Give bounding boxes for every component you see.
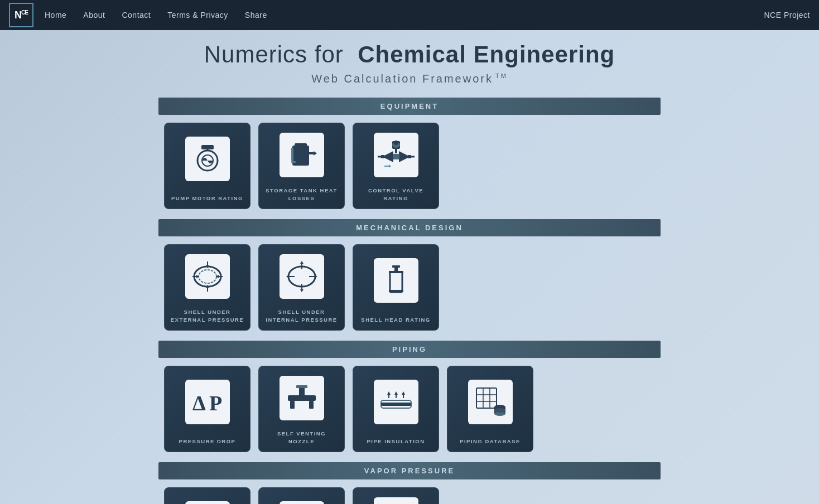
pipe-insulation-label: PIPE INSULATION: [362, 438, 429, 445]
pressure-drop-icon: Δ P: [165, 366, 250, 438]
piping-cards: Δ P PRESSURE DROP: [158, 366, 661, 452]
card-antoinies-equation[interactable]: A ANTOINIES EQUATION: [258, 487, 345, 504]
svg-rect-42: [389, 290, 403, 292]
card-lee-kesler[interactable]: LK LEE-KESLER: [164, 487, 250, 504]
svg-point-16: [394, 140, 398, 145]
svg-point-22: [199, 270, 216, 283]
nozzle-label: SELF VENTING NOZZLE: [259, 430, 344, 445]
svg-marker-24: [196, 275, 199, 278]
section-header-equipment: EQUIPMENT: [158, 98, 661, 115]
storage-tank-label: STORAGE TANK HEAT LOSSES: [259, 187, 344, 202]
svg-rect-53: [381, 403, 411, 406]
pressure-drop-label: PRESSURE DROP: [175, 438, 240, 445]
svg-point-68: [494, 408, 505, 413]
svg-rect-40: [390, 272, 402, 292]
svg-rect-4: [295, 143, 307, 147]
page-subtitle: Web Calculation FrameworkTM: [311, 72, 508, 85]
shell-external-icon: [165, 245, 250, 308]
navbar: NCE Home About Contact Terms & Privacy S…: [0, 0, 819, 30]
main-title: Numerics for Chemical Engineering: [204, 41, 615, 68]
svg-rect-50: [290, 401, 295, 409]
nozzle-icon: [259, 366, 344, 430]
piping-database-label: PIPING DATABASE: [455, 438, 525, 445]
svg-marker-59: [402, 391, 405, 395]
svg-rect-49: [296, 385, 307, 388]
svg-rect-5: [308, 152, 314, 154]
card-shell-external[interactable]: SHELL UNDER EXTERNAL PRESSURE: [164, 244, 250, 331]
control-valve-label: CONTROL VALVE RATING: [353, 187, 439, 202]
svg-marker-55: [387, 391, 391, 395]
vapor-cards: LK LEE-KESLER A ANTOINIES EQUATION: [158, 487, 661, 504]
shell-internal-icon: [259, 245, 344, 308]
card-pressure-drop[interactable]: Δ P PRESSURE DROP: [164, 366, 250, 452]
nav-project: NCE Project: [764, 11, 810, 20]
svg-marker-20: [389, 164, 391, 168]
trademark: TM: [495, 72, 508, 79]
svg-marker-35: [315, 275, 317, 278]
svg-marker-39: [300, 289, 303, 292]
piping-database-icon: [447, 366, 533, 438]
title-regular: Numerics for: [204, 41, 344, 67]
svg-rect-2: [201, 145, 214, 149]
card-shell-head[interactable]: SHELL HEAD RATING: [353, 244, 439, 331]
nav-links: Home About Contact Terms & Privacy Share: [45, 11, 764, 20]
svg-rect-44: [392, 265, 400, 268]
mechanical-cards: SHELL UNDER EXTERNAL PRESSURE: [158, 244, 661, 331]
svg-marker-57: [394, 391, 398, 395]
pipe-insulation-icon: [353, 366, 439, 438]
section-equipment: EQUIPMENT PUMP MOTOR RATING: [158, 98, 661, 209]
card-pipe-insulation[interactable]: PIPE INSULATION: [353, 366, 439, 452]
shell-internal-label: SHELL UNDER INTERNAL PRESSURE: [259, 308, 344, 323]
pump-motor-label: PUMP MOTOR RATING: [167, 195, 248, 202]
section-header-piping: PIPING: [158, 341, 661, 358]
nav-share[interactable]: Share: [245, 11, 267, 20]
svg-marker-37: [300, 261, 303, 264]
card-control-valve[interactable]: CONTROL VALVE RATING: [353, 123, 439, 209]
card-acid-gas-dew[interactable]: ACID GAS DEW TEMPERATURE: [353, 487, 439, 504]
nav-contact[interactable]: Contact: [122, 11, 151, 20]
shell-external-label: SHELL UNDER EXTERNAL PRESSURE: [165, 308, 250, 323]
logo: NCE: [9, 3, 33, 27]
title-bold: Chemical Engineering: [358, 41, 615, 67]
svg-rect-14: [393, 154, 399, 159]
nav-terms-privacy[interactable]: Terms & Privacy: [167, 11, 228, 20]
svg-rect-7: [291, 148, 293, 161]
section-vapor-pressure: VAPOR PRESSURE LK LEE-KESLER: [158, 462, 661, 504]
acid-gas-icon: [353, 488, 439, 504]
card-pump-motor-rating[interactable]: PUMP MOTOR RATING: [164, 123, 250, 209]
nav-home[interactable]: Home: [45, 11, 66, 20]
nav-about[interactable]: About: [83, 11, 105, 20]
section-header-vapor: VAPOR PRESSURE: [158, 462, 661, 479]
main-content: Numerics for Chemical Engineering Web Ca…: [0, 30, 819, 504]
shell-head-label: SHELL HEAD RATING: [356, 316, 435, 323]
svg-marker-33: [286, 275, 289, 278]
section-mechanical-design: MECHANICAL DESIGN: [158, 219, 661, 331]
storage-tank-icon: [259, 123, 344, 187]
control-valve-icon: [353, 123, 439, 187]
svg-rect-60: [476, 388, 497, 408]
card-piping-database[interactable]: PIPING DATABASE: [447, 366, 533, 452]
lee-kesler-icon: LK: [165, 488, 250, 504]
equipment-cards: PUMP MOTOR RATING: [158, 123, 661, 209]
page-heading: Numerics for Chemical Engineering: [204, 41, 615, 68]
svg-rect-51: [309, 401, 314, 409]
section-piping: PIPING Δ P PRESSURE DROP: [158, 341, 661, 452]
svg-text:Δ: Δ: [192, 391, 206, 415]
section-header-mechanical: MECHANICAL DESIGN: [158, 219, 661, 236]
card-storage-tank[interactable]: STORAGE TANK HEAT LOSSES: [258, 123, 345, 209]
svg-rect-8: [291, 161, 296, 163]
card-shell-internal[interactable]: SHELL UNDER INTERNAL PRESSURE: [258, 244, 345, 331]
svg-text:P: P: [209, 391, 222, 415]
shell-head-icon: [353, 245, 439, 316]
logo-text: NCE: [15, 10, 28, 20]
svg-marker-6: [314, 151, 317, 156]
svg-rect-10: [395, 149, 397, 153]
card-self-venting-nozzle[interactable]: SELF VENTING NOZZLE: [258, 366, 345, 452]
antoine-icon: A: [259, 488, 344, 504]
pump-motor-icon: [165, 123, 250, 195]
